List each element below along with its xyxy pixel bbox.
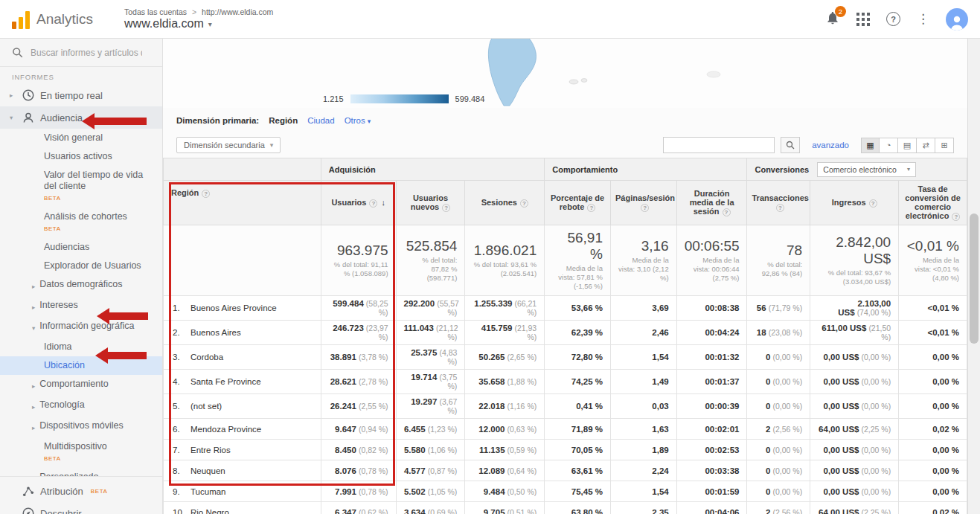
help-icon[interactable] [520,199,528,208]
sidebar-item-realtime[interactable]: En tiempo real [0,84,162,106]
help-icon[interactable] [641,204,649,212]
sidebar-item-demographics[interactable]: Datos demográficos [0,275,162,296]
sidebar-item-active-users[interactable]: Usuarios activos [0,147,162,166]
sidebar-item-audience[interactable]: Audiencia [0,106,162,129]
region-cell[interactable]: 8.Neuquen [164,460,321,481]
table-row[interactable]: 6.Mendoza Province 9.647(0,94 %) 6.455(1… [164,419,967,440]
table-row[interactable]: 10.Rio Negro 6.347(0,62 %) 3.634(0,69 %)… [164,502,967,514]
sidebar-item-audiences[interactable]: Audiencias [0,238,162,257]
sidebar-item-overview[interactable]: Visión general [0,129,162,147]
property-selector[interactable]: www.eldia.com [124,17,273,30]
table-row[interactable]: 4.Santa Fe Province 28.621(2,78 %) 19.71… [164,370,967,394]
column-header-duration[interactable]: Duración media de la sesión [676,181,747,225]
region-name[interactable]: Entre Rios [190,446,231,454]
help-icon[interactable] [886,12,900,26]
sidebar-item-cohort-analysis[interactable]: Análisis de cohortes BETA [0,208,162,238]
region-name[interactable]: Tucuman [190,487,226,496]
column-header-users[interactable]: Usuarios [321,181,396,225]
region-cell[interactable]: 10.Rio Negro [164,502,321,514]
breadcrumb-root[interactable]: Todas las cuentas [124,7,187,16]
sidebar-item-geo[interactable]: Información geográfica [0,317,162,338]
region-name[interactable]: Cordoba [190,353,223,362]
column-header-transactions[interactable]: Transacciones [747,181,810,225]
dimension-option-other[interactable]: Otros [345,116,371,125]
region-cell[interactable]: 5.(not set) [164,394,321,419]
help-icon[interactable] [369,199,377,208]
scrollbar-thumb[interactable] [970,213,979,344]
analytics-logo-icon[interactable] [12,10,30,29]
breadcrumb[interactable]: Todas las cuentas > http://www.eldia.com [124,7,273,16]
region-name[interactable]: Santa Fe Province [190,377,261,386]
sidebar-item-technology[interactable]: Tecnología [0,396,162,417]
sidebar-item-attribution[interactable]: Atribución BETA [0,480,162,502]
region-cell[interactable]: 7.Entre Rios [164,440,321,460]
more-menu-icon[interactable] [917,13,929,25]
apps-grid-icon[interactable] [856,13,870,26]
table-row[interactable]: 3.Cordoba 38.891(3,78 %) 25.375(4,83 %) … [164,345,967,370]
performance-view-icon[interactable]: ▤ [898,138,917,153]
region-cell[interactable]: 3.Cordoba [164,345,321,370]
help-icon[interactable] [952,213,960,221]
metric-value: 0,00 US$ [824,466,859,475]
table-row[interactable]: 9.Tucuman 7.991(0,78 %) 5.502(1,05 %) 9.… [164,481,967,502]
sidebar-item-discover[interactable]: Descubrir [0,502,162,514]
region-cell[interactable]: 9.Tucuman [164,481,321,502]
table-row[interactable]: 5.(not set) 26.241(2,55 %) 19.297(3,67 %… [164,394,967,419]
table-search-input[interactable] [663,137,775,153]
table-row[interactable]: 2.Buenos Aires 246.723(23,97 %) 111.043(… [164,321,967,345]
property-name[interactable]: www.eldia.com [124,17,204,30]
sidebar-item-location[interactable]: Ubicación [0,356,162,375]
percent-view-icon[interactable]: ◔ [880,138,898,153]
ecommerce-selector[interactable]: Comercio electrónico [817,162,916,177]
table-search-button[interactable] [781,137,800,153]
table-row[interactable]: 1.Buenos Aires Province 599.484(58,25 %)… [164,296,967,321]
help-icon[interactable] [723,208,731,216]
region-cell[interactable]: 1.Buenos Aires Province [164,296,321,321]
avatar[interactable] [946,8,968,30]
geo-map[interactable]: 1.215 599.484 [163,39,967,108]
breadcrumb-path[interactable]: http://www.eldia.com [202,7,273,16]
column-header-conv-rate[interactable]: Tasa de conversión de comercio electróni… [899,181,967,225]
region-name[interactable]: Rio Negro [190,508,229,514]
notifications-button[interactable]: 2 [825,10,840,28]
column-header-sessions[interactable]: Sesiones [465,181,545,225]
sidebar-item-language[interactable]: Idioma [0,338,162,356]
table-row[interactable]: 8.Neuquen 8.076(0,78 %) 4.577(0,87 %) 12… [164,460,967,481]
vertical-scrollbar[interactable] [967,39,980,514]
help-icon[interactable] [869,199,877,208]
table-row[interactable]: 7.Entre Rios 8.450(0,82 %) 5.580(1,06 %)… [164,440,967,460]
dimension-option-city[interactable]: Ciudad [307,116,334,125]
sidebar-item-mobile[interactable]: Dispositivos móviles [0,417,162,437]
help-icon[interactable] [587,204,595,212]
sidebar-search-input[interactable] [31,48,142,58]
sidebar-item-lifetime-value[interactable]: Valor del tiempo de vida del cliente BET… [0,166,162,208]
column-header-pages[interactable]: Páginas/sesión [610,181,676,225]
sidebar-item-behavior[interactable]: Comportamiento [0,375,162,396]
sidebar-item-user-explorer[interactable]: Explorador de Usuarios [0,257,162,275]
region-name[interactable]: Buenos Aires [190,328,241,337]
region-cell[interactable]: 4.Santa Fe Province [164,370,321,394]
secondary-dimension-button[interactable]: Dimensión secundaria [176,137,281,153]
help-icon[interactable] [776,204,784,212]
sidebar-search[interactable] [0,39,162,67]
help-icon[interactable] [202,190,210,198]
region-name[interactable]: Buenos Aires Province [190,303,277,312]
transactions-cell: 18(23,08 %) [747,321,810,345]
region-cell[interactable]: 6.Mendoza Province [164,419,321,440]
column-header-bounce[interactable]: Porcentaje de rebote [545,181,611,225]
region-name[interactable]: Mendoza Province [190,425,261,434]
column-header-revenue[interactable]: Ingresos [810,181,899,225]
sidebar-item-cross-device[interactable]: Multidispositivo BETA [0,437,162,468]
table-view-icon[interactable]: ▦ [861,138,880,153]
pivot-view-icon[interactable]: ⊞ [935,138,954,153]
advanced-filter-link[interactable]: avanzado [812,141,849,150]
region-name[interactable]: (not set) [190,402,222,411]
dimension-option-region[interactable]: Región [269,116,298,125]
column-header-new-users[interactable]: Usuarios nuevos [396,181,465,225]
region-cell[interactable]: 2.Buenos Aires [164,321,321,345]
help-icon[interactable] [442,204,450,212]
sidebar-item-interests[interactable]: Intereses [0,296,162,317]
comparison-view-icon[interactable]: ⇄ [917,138,935,153]
region-name[interactable]: Neuquen [190,466,225,475]
column-header-region[interactable]: Región [164,181,321,225]
